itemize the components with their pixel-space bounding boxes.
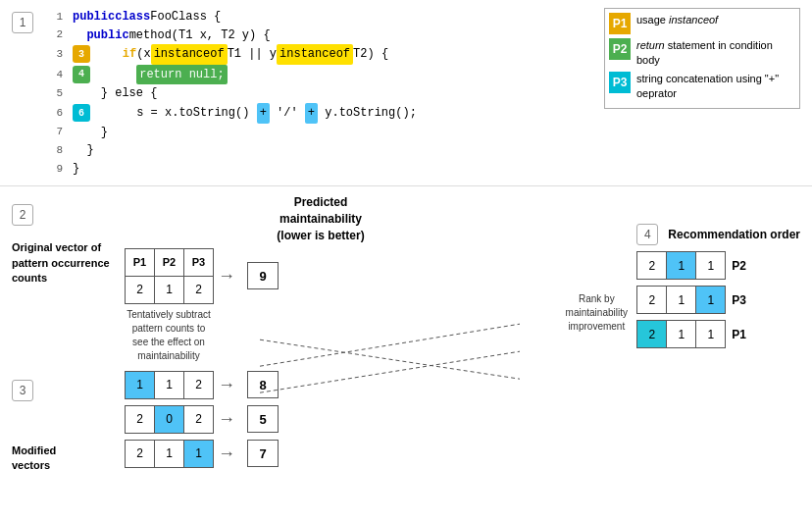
modified-row-b: 2 0 2 → 5 xyxy=(125,405,552,434)
header-p3: P3 xyxy=(184,248,214,276)
line-num-2: 2 xyxy=(47,26,63,43)
plus-highlight-1: + xyxy=(257,103,270,124)
code-text-2: method(T1 x, T2 y) { xyxy=(129,26,271,45)
code-text-3a: (x xyxy=(136,45,150,64)
step4-header: 4 Recommendation order xyxy=(636,224,800,245)
legend-p2-text: return statement in condition body xyxy=(636,38,795,68)
code-text-3b: T1 || y xyxy=(228,45,277,64)
line-num-1: 1 xyxy=(47,9,63,26)
line-num-4: 4 xyxy=(47,67,63,83)
header-p1: P1 xyxy=(126,248,155,276)
section2-label: Original vector ofpattern occurrencecoun… xyxy=(12,240,115,286)
legend-p3-text: string concatenation using "+" oeprator xyxy=(636,72,795,101)
return-highlight: return null; xyxy=(136,65,227,85)
step1-badge: 1 xyxy=(12,12,33,33)
rec1-p-label: P2 xyxy=(732,259,746,273)
rec-row-3: 2 1 1 P1 xyxy=(636,320,800,348)
code-area: 1 public class FooClass { 2 public metho… xyxy=(47,8,594,178)
line-num-8: 8 xyxy=(47,142,63,159)
main-diagram-area: Predictedmaintainability(lower is better… xyxy=(125,194,552,473)
legend-area: P1 usage instanceof P2 return statement … xyxy=(604,8,800,109)
code-line-5: 5 } else { xyxy=(47,84,594,103)
rec2-p-label: P3 xyxy=(732,293,746,307)
legend-p1-text: usage instanceof xyxy=(636,13,718,27)
p2-badge: 4 xyxy=(73,66,90,83)
code-line-1: 1 public class FooClass { xyxy=(47,8,594,26)
rec-section: 4 Recommendation order 2 1 1 P2 xyxy=(636,224,800,354)
step2-area: 2 xyxy=(12,204,115,226)
legend-item-p1: P1 usage instanceof xyxy=(609,13,795,34)
header-p2: P2 xyxy=(155,248,184,276)
code-content-7: } xyxy=(73,124,108,142)
rank-label: Rank bymaintainabilityimprovement xyxy=(562,292,631,334)
result-a: 8 xyxy=(247,371,279,398)
code-content-1: public class FooClass { xyxy=(73,8,221,26)
rec1-c2: 1 xyxy=(667,252,696,280)
original-vector-table: P1 P2 P3 2 1 2 xyxy=(125,248,214,304)
result-c: 7 xyxy=(247,440,279,467)
plus-highlight-2: + xyxy=(305,103,318,124)
line-num-6: 6 xyxy=(47,105,63,122)
section3-label: Modifiedvectors xyxy=(12,444,115,474)
original-vector-row: P1 P2 P3 2 1 2 → 9 xyxy=(125,248,552,304)
legend-p2-badge: P2 xyxy=(609,38,631,60)
code-line-3: 3 3 if (x instanceof T1 || y instanceof … xyxy=(47,44,594,65)
code-line-8: 8 } xyxy=(47,141,594,160)
mod-a-p1: 1 xyxy=(126,371,155,398)
top-section: 1 1 public class FooClass { 2 public met… xyxy=(0,0,812,186)
code-line-2: 2 public method(T1 x, T2 y) { xyxy=(47,26,594,45)
modified-table-b: 2 0 2 xyxy=(125,405,214,434)
arrow-b: → xyxy=(218,409,235,430)
code-line-7: 7 } xyxy=(47,124,594,142)
legend-p1-badge: P1 xyxy=(609,13,631,34)
rec-order-label: Recommendation order xyxy=(668,228,800,241)
orig-val-p1: 2 xyxy=(126,276,155,303)
rec3-c3: 1 xyxy=(696,321,726,348)
line-num-9: 9 xyxy=(47,161,63,178)
rec2-c1: 2 xyxy=(637,287,667,314)
line-num-3: 3 xyxy=(47,46,63,63)
left-labels: 2 Original vector ofpattern occurrenceco… xyxy=(12,194,115,473)
rec-table-1: 2 1 1 xyxy=(636,251,726,280)
result-orig: 9 xyxy=(247,262,279,289)
rec3-c2: 1 xyxy=(667,321,696,348)
arrow-a: → xyxy=(218,375,235,395)
code-line-4: 4 4 return null; xyxy=(47,65,594,85)
bottom-section: 2 Original vector ofpattern occurrenceco… xyxy=(0,186,812,481)
arrow-orig: → xyxy=(218,266,235,287)
code-content-8: } xyxy=(73,141,94,160)
predicted-label: Predictedmaintainability(lower is better… xyxy=(262,194,380,243)
code-content-4: return null; xyxy=(94,65,228,85)
mod-b-p3: 2 xyxy=(184,405,214,433)
step4-badge: 4 xyxy=(636,224,658,245)
mod-b-p2: 0 xyxy=(155,405,184,433)
modified-table-c: 2 1 1 xyxy=(125,440,214,468)
p1-badge: 3 xyxy=(73,45,90,63)
orig-val-p3: 2 xyxy=(184,276,214,303)
code-content-6: s = x.toString() + '/' + y.toString(); xyxy=(94,103,417,124)
line-num-7: 7 xyxy=(47,124,63,140)
mod-c-p1: 2 xyxy=(126,440,155,467)
step3-badge: 3 xyxy=(12,380,33,401)
rec2-c2: 1 xyxy=(667,287,696,314)
instanceof-highlight-2: instanceof xyxy=(277,44,353,65)
code-text-3c: T2) { xyxy=(353,45,388,64)
code-text: FooClass { xyxy=(150,8,221,26)
rec1-c1: 2 xyxy=(637,252,667,280)
rec-table-3: 2 1 1 xyxy=(636,320,726,348)
rec-row-1: 2 1 1 P2 xyxy=(636,251,800,280)
code-content-9: } xyxy=(73,160,79,179)
mod-a-p2: 1 xyxy=(155,371,184,398)
p3-badge: 6 xyxy=(73,104,90,122)
instanceof-highlight-1: instanceof xyxy=(151,44,228,65)
code-line-6: 6 6 s = x.toString() + '/' + y.toString(… xyxy=(47,103,594,124)
step3-area: 3 xyxy=(12,380,115,405)
line-num-5: 5 xyxy=(47,85,63,102)
mod-b-p1: 2 xyxy=(126,405,155,433)
keyword-class: class xyxy=(115,8,150,26)
rec1-c3: 1 xyxy=(696,252,726,280)
code-content-5: } else { xyxy=(73,84,157,103)
rec-table-2: 2 1 1 xyxy=(636,286,726,314)
result-b: 5 xyxy=(247,405,279,433)
code-content-2: public method(T1 x, T2 y) { xyxy=(73,26,271,45)
